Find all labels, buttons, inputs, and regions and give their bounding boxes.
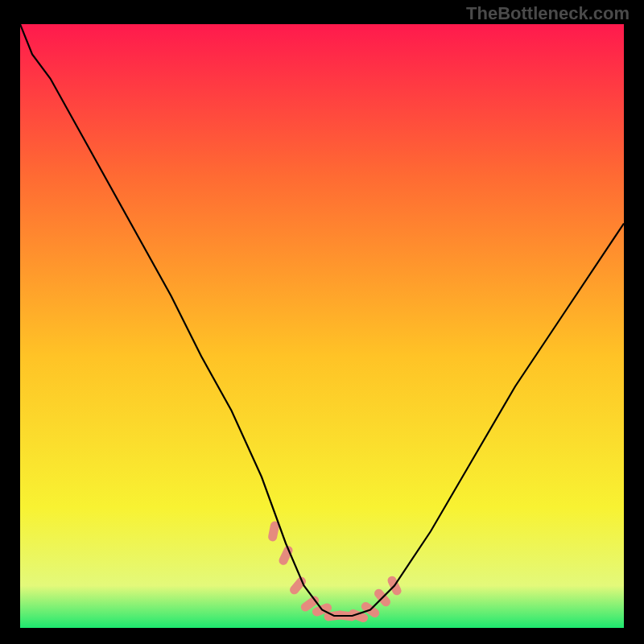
svg-line-3 — [305, 601, 314, 607]
svg-line-1 — [283, 551, 288, 561]
svg-line-0 — [273, 526, 275, 537]
svg-line-2 — [295, 581, 302, 590]
watermark-text: TheBottleneck.com — [466, 3, 630, 24]
bottleneck-chart — [20, 24, 624, 628]
gradient-background — [20, 24, 624, 628]
